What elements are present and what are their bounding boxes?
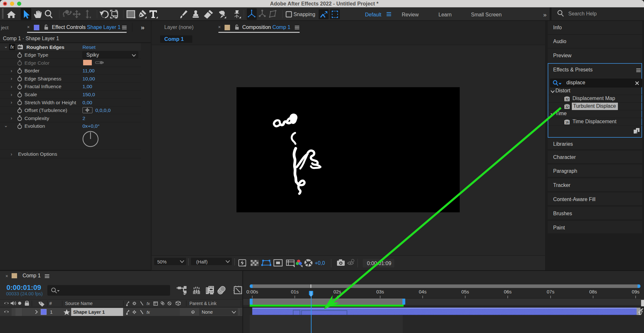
svg-text:Parent & Link: Parent & Link <box>189 301 217 306</box>
svg-text:+0,0: +0,0 <box>315 260 325 266</box>
svg-text:03s: 03s <box>376 289 384 294</box>
svg-text:1: 1 <box>50 309 53 315</box>
svg-text:Default: Default <box>365 12 381 17</box>
svg-text:Review: Review <box>402 12 419 17</box>
svg-text:Snapping: Snapping <box>293 12 315 17</box>
svg-text:02s: 02s <box>333 289 341 294</box>
svg-text:32: 32 <box>565 105 569 109</box>
svg-text:fx: fx <box>147 301 150 306</box>
svg-text:Shape Layer 1: Shape Layer 1 <box>73 310 105 315</box>
svg-text:»: » <box>543 11 547 18</box>
svg-text:04s: 04s <box>419 289 427 294</box>
svg-text:08s: 08s <box>589 289 597 294</box>
svg-text:06s: 06s <box>504 289 512 294</box>
svg-text:09s: 09s <box>632 289 639 294</box>
svg-text:Search Help: Search Help <box>568 11 597 16</box>
svg-text:(Half): (Half) <box>196 259 207 264</box>
svg-text:None: None <box>202 310 213 315</box>
svg-text:fx: fx <box>147 310 150 315</box>
svg-text:16: 16 <box>565 121 569 124</box>
svg-text:Small Screen: Small Screen <box>471 12 502 17</box>
svg-text:50%: 50% <box>157 259 167 264</box>
svg-text:32: 32 <box>565 97 569 101</box>
svg-text:05s: 05s <box>461 289 469 294</box>
svg-text:#: # <box>49 301 52 306</box>
svg-text:Source Name: Source Name <box>65 301 93 306</box>
svg-text:Learn: Learn <box>438 12 452 17</box>
svg-text:0:00s: 0:00s <box>246 289 258 294</box>
svg-text:0:00:01:09: 0:00:01:09 <box>367 261 391 266</box>
svg-text:01s: 01s <box>291 289 299 294</box>
svg-text:07s: 07s <box>547 289 554 294</box>
